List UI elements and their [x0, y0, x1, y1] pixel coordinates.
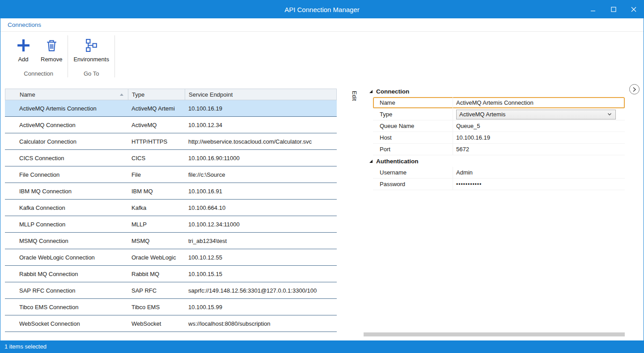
cell-endpoint: 10.100.664.10	[185, 200, 337, 216]
property-grid: Connection Name ActiveMQ Artemis Connect…	[364, 85, 625, 190]
ribbon: Add Remove Connection	[0, 32, 644, 81]
cell-type: MSMQ	[128, 233, 185, 249]
table-row[interactable]: Kafka Connection Kafka 10.100.664.10	[5, 200, 337, 216]
field-label: Name	[373, 97, 453, 108]
queue-name-input[interactable]: Queue_5	[453, 120, 625, 132]
remove-button-label: Remove	[41, 56, 62, 63]
host-input[interactable]: 10.100.16.19	[453, 132, 625, 143]
maximize-button[interactable]	[603, 0, 623, 18]
table-row[interactable]: Rabbit MQ Connection Rabbit MQ 10.100.15…	[5, 266, 337, 282]
cell-name: Oracle WebLogic Connection	[5, 249, 128, 265]
cell-type: Tibco EMS	[128, 299, 185, 315]
cell-endpoint: tri_ab1234\test	[185, 233, 337, 249]
field-label: Host	[373, 132, 453, 143]
cell-type: HTTP/HTTPS	[128, 133, 185, 149]
table-row[interactable]: ActiveMQ Connection ActiveMQ 10.100.12.3…	[5, 117, 337, 133]
cell-type: WebSocket	[128, 315, 185, 332]
cell-endpoint: 10.100.16.91	[185, 183, 337, 199]
section-title: Authentication	[376, 158, 419, 165]
close-button[interactable]	[623, 0, 644, 18]
window-controls	[583, 0, 644, 18]
cell-type: File	[128, 166, 185, 183]
username-input[interactable]: Admin	[453, 167, 625, 178]
field-label: Type	[373, 109, 453, 120]
table-row[interactable]: File Connection File file://c:\Source	[5, 166, 337, 183]
column-header-type[interactable]: Type	[128, 89, 185, 100]
menu-bar: Connections	[0, 18, 644, 32]
cell-name: MLLP Connection	[5, 216, 128, 232]
ribbon-separator	[114, 35, 115, 77]
field-row-port: Port 5672	[373, 144, 625, 155]
table-row[interactable]: ActiveMQ Artemis Connection ActiveMQ Art…	[5, 100, 337, 117]
cell-type: CICS	[128, 150, 185, 166]
cell-type: Oracle WebLogic	[128, 249, 185, 265]
ribbon-group-label-connection: Connection	[10, 69, 67, 81]
tab-connections[interactable]: Connections	[8, 21, 41, 28]
cell-type: Rabbit MQ	[128, 266, 185, 282]
table-row[interactable]: Calculator Connection HTTP/HTTPS http://…	[5, 133, 337, 150]
name-input[interactable]: ActiveMQ Artemis Connection	[453, 97, 625, 108]
cell-endpoint: saprfc://149.148.12.56:3301@127.0.0.1:33…	[185, 282, 337, 298]
cell-endpoint: file://c:\Source	[185, 166, 337, 183]
cell-name: CICS Connection	[5, 150, 128, 166]
cell-endpoint: ws://localhost:8080/subscription	[185, 315, 337, 332]
horizontal-scrollbar[interactable]	[364, 332, 625, 336]
cell-endpoint: http://webservice.toscacloud.com/Calcula…	[185, 133, 337, 149]
environments-button-label: Environments	[73, 56, 109, 63]
status-bar: 1 items selected	[0, 340, 644, 353]
collapse-panel-button[interactable]	[629, 84, 640, 94]
type-dropdown[interactable]: ActiveMQ Artemis	[456, 110, 616, 119]
ribbon-group-label-goto: Go To	[69, 69, 113, 81]
window-title: API Connection Manager	[0, 6, 644, 13]
plus-icon	[16, 38, 31, 53]
field-row-username: Username Admin	[373, 167, 625, 179]
type-dropdown-value: ActiveMQ Artemis	[459, 111, 505, 118]
minimize-button[interactable]	[583, 0, 603, 18]
cell-name: Rabbit MQ Connection	[5, 266, 128, 282]
table-row[interactable]: SAP RFC Connection SAP RFC saprfc://149.…	[5, 282, 337, 299]
port-input[interactable]: 5672	[453, 144, 625, 155]
connections-table: Name Type Service Endpoint ActiveMQ Arte…	[5, 89, 337, 332]
cell-type: IBM MQ	[128, 183, 185, 199]
table-row[interactable]: IBM MQ Connection IBM MQ 10.100.16.91	[5, 183, 337, 200]
section-authentication[interactable]: Authentication	[364, 155, 625, 167]
column-header-endpoint[interactable]: Service Endpoint	[185, 89, 336, 100]
environments-button[interactable]: Environments	[69, 34, 113, 64]
section-connection[interactable]: Connection	[364, 85, 625, 97]
chevron-right-icon	[632, 87, 636, 92]
table-row[interactable]: Tibco EMS Connection Tibco EMS 10.100.15…	[5, 299, 337, 315]
section-title: Connection	[376, 88, 409, 95]
cell-name: File Connection	[5, 166, 128, 183]
table-row[interactable]: CICS Connection CICS 10.100.16.90:11000	[5, 150, 337, 166]
remove-button[interactable]: Remove	[36, 34, 67, 64]
field-label: Queue Name	[373, 120, 453, 132]
sort-ascending-icon	[120, 94, 123, 96]
cell-endpoint: 10.100.12.34:11000	[185, 216, 337, 232]
table-header: Name Type Service Endpoint	[5, 89, 337, 100]
table-row[interactable]: MLLP Connection MLLP 10.100.12.34:11000	[5, 216, 337, 233]
expander-triangle-icon	[369, 90, 373, 93]
title-bar: API Connection Manager	[0, 0, 644, 18]
cell-type: ActiveMQ Artemi	[128, 100, 185, 116]
cell-name: Kafka Connection	[5, 200, 128, 216]
table-row[interactable]: Oracle WebLogic Connection Oracle WebLog…	[5, 249, 337, 266]
table-row[interactable]: WebSocket Connection WebSocket ws://loca…	[5, 315, 337, 332]
scrollbar-thumb[interactable]	[364, 332, 625, 336]
password-input[interactable]: •••••••••••	[453, 179, 625, 190]
maximize-icon	[611, 7, 616, 12]
table-body: ActiveMQ Artemis Connection ActiveMQ Art…	[5, 100, 337, 332]
cell-name: Tibco EMS Connection	[5, 299, 128, 315]
field-row-queue-name: Queue Name Queue_5	[373, 120, 625, 132]
cell-type: Kafka	[128, 200, 185, 216]
cell-name: Calculator Connection	[5, 133, 128, 149]
edit-tab[interactable]: Edit	[351, 91, 358, 101]
column-header-name[interactable]: Name	[5, 89, 128, 100]
field-label: Port	[373, 144, 453, 155]
cell-endpoint: 10.100.16.90:11000	[185, 150, 337, 166]
field-row-host: Host 10.100.16.19	[373, 132, 625, 144]
edit-panel: Edit Connection Name ActiveMQ Artemis Co…	[347, 81, 644, 340]
cell-name: ActiveMQ Artemis Connection	[5, 100, 128, 116]
table-row[interactable]: MSMQ Connection MSMQ tri_ab1234\test	[5, 233, 337, 249]
add-button[interactable]: Add	[10, 34, 36, 64]
add-button-label: Add	[18, 56, 28, 63]
